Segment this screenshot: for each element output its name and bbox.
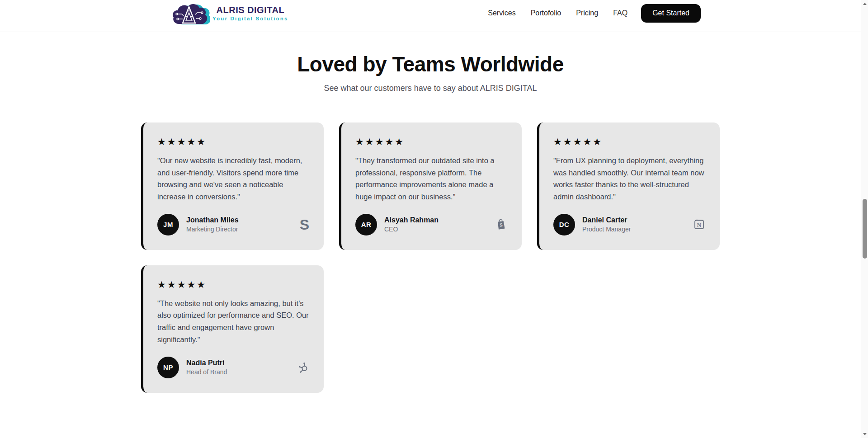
author-info: Nadia Putri Head of Brand — [186, 359, 227, 376]
notion-icon: N — [693, 218, 705, 231]
scrollbar-down-arrow-icon[interactable] — [863, 433, 867, 435]
nav-item-pricing[interactable]: Pricing — [576, 9, 598, 17]
site-header: ALRIS DIGITAL Your Digital Solutions Ser… — [0, 0, 861, 32]
brand-name: ALRIS DIGITAL — [217, 5, 285, 15]
star-rating: ★★★★★ — [157, 137, 309, 146]
testimonial-author: AR Aisyah Rahman CEO S — [355, 214, 507, 235]
main-nav: Services Portofolio Pricing FAQ — [488, 9, 627, 17]
testimonial-card: ★★★★★ "From UX planning to deployment, e… — [537, 122, 720, 250]
scrollbar-thumb[interactable] — [863, 199, 867, 259]
author-info: Daniel Carter Product Manager — [582, 216, 631, 233]
testimonial-card: ★★★★★ "They transformed our outdated sit… — [339, 122, 522, 250]
header-inner: ALRIS DIGITAL Your Digital Solutions Ser… — [160, 0, 701, 26]
nav-item-services[interactable]: Services — [488, 9, 515, 17]
cloud-circuit-logo-icon — [171, 2, 210, 25]
author-name: Daniel Carter — [582, 216, 631, 224]
testimonials-section: Loved by Teams Worldwide See what our cu… — [0, 52, 861, 393]
scrollbar — [861, 0, 868, 438]
page: ALRIS DIGITAL Your Digital Solutions Ser… — [0, 0, 861, 393]
author-name: Jonathan Miles — [186, 216, 239, 224]
testimonial-author: DC Daniel Carter Product Manager N — [553, 214, 705, 235]
hubspot-icon — [297, 362, 309, 373]
shopify-icon: S — [495, 218, 507, 231]
nav-item-faq[interactable]: FAQ — [613, 9, 627, 17]
section-subtitle: See what our customers have to say about… — [0, 84, 861, 93]
testimonial-card: ★★★★★ "The website not only looks amazin… — [141, 265, 324, 393]
avatar: AR — [355, 214, 377, 235]
testimonial-card: ★★★★★ "Our new website is incredibly fas… — [141, 122, 324, 250]
avatar: JM — [157, 214, 179, 235]
get-started-button[interactable]: Get Started — [641, 4, 701, 23]
testimonial-author: NP Nadia Putri Head of Brand — [157, 357, 309, 378]
testimonial-quote: "They transformed our outdated site into… — [355, 155, 507, 203]
author-info: Jonathan Miles Marketing Director — [186, 216, 239, 233]
testimonial-grid: ★★★★★ "Our new website is incredibly fas… — [141, 122, 720, 393]
scrollbar-up-arrow-icon[interactable] — [863, 3, 867, 5]
testimonial-quote: "From UX planning to deployment, everyth… — [553, 155, 705, 203]
section-head: Loved by Teams Worldwide See what our cu… — [0, 52, 861, 93]
testimonial-quote: "The website not only looks amazing, but… — [157, 297, 309, 346]
author-role: Product Manager — [582, 226, 631, 233]
testimonial-quote: "Our new website is incredibly fast, mod… — [157, 155, 309, 203]
nav-item-portofolio[interactable]: Portofolio — [531, 9, 561, 17]
star-rating: ★★★★★ — [553, 137, 705, 146]
stripe-icon: S — [300, 217, 309, 232]
svg-text:N: N — [697, 221, 702, 228]
author-role: Head of Brand — [186, 368, 227, 376]
author-info: Aisyah Rahman CEO — [384, 216, 439, 233]
author-name: Nadia Putri — [186, 359, 227, 367]
section-title: Loved by Teams Worldwide — [0, 52, 861, 76]
author-role: CEO — [384, 226, 439, 233]
star-rating: ★★★★★ — [355, 137, 507, 146]
avatar: NP — [157, 357, 179, 378]
brand-text: ALRIS DIGITAL Your Digital Solutions — [212, 5, 288, 21]
avatar: DC — [553, 214, 575, 235]
author-role: Marketing Director — [186, 226, 239, 233]
brand-logo[interactable]: ALRIS DIGITAL Your Digital Solutions — [171, 1, 288, 25]
brand-tagline: Your Digital Solutions — [212, 16, 288, 21]
star-rating: ★★★★★ — [157, 280, 309, 289]
testimonial-author: JM Jonathan Miles Marketing Director S — [157, 214, 309, 235]
author-name: Aisyah Rahman — [384, 216, 439, 224]
